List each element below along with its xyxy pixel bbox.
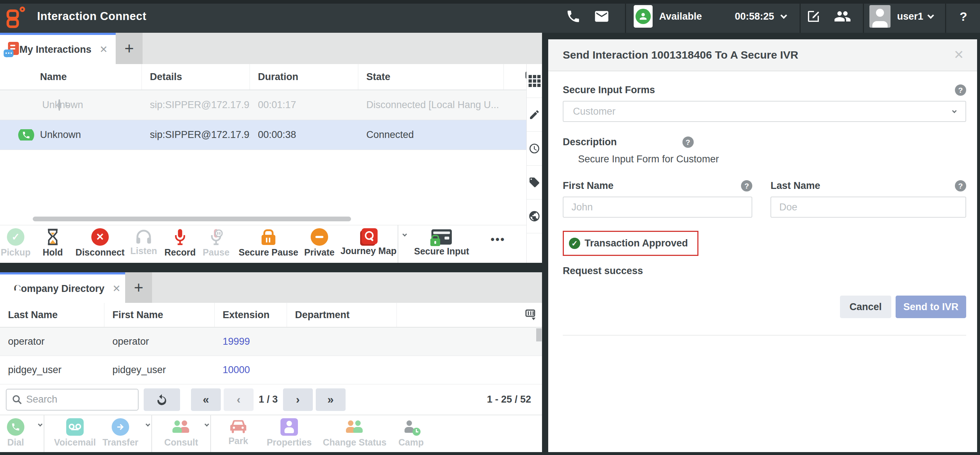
directory-tab-strip: Company Directory ✕ + — [0, 272, 542, 303]
horizontal-scrollbar[interactable] — [33, 217, 351, 221]
transfer-chevron-icon[interactable] — [144, 418, 151, 426]
camp-button[interactable]: Camp — [393, 418, 429, 448]
compose-icon[interactable] — [806, 0, 821, 33]
col-details[interactable]: Details — [142, 64, 250, 89]
phone-icon[interactable] — [566, 0, 581, 33]
search-input[interactable] — [26, 394, 133, 405]
status-badge-icon[interactable] — [634, 0, 652, 33]
properties-button[interactable]: Properties — [262, 418, 317, 448]
help-button[interactable]: ? — [959, 0, 967, 33]
last-page-button[interactable]: » — [316, 388, 345, 411]
workgroups-icon[interactable] — [834, 0, 851, 33]
email-icon[interactable] — [594, 0, 610, 33]
col-state[interactable]: State — [358, 64, 504, 89]
request-status: Request success — [563, 265, 966, 277]
journey-map-button[interactable]: Journey Map — [339, 228, 398, 256]
add-tab-button[interactable]: + — [116, 33, 143, 64]
status-label[interactable]: Available — [659, 0, 702, 33]
pickup-icon: ✓ — [7, 228, 24, 246]
user-name[interactable]: user1 — [897, 0, 923, 33]
disconnect-button[interactable]: ✕ Disconnect — [73, 228, 127, 258]
toolbar-expand-chevron[interactable] — [398, 228, 411, 236]
result-range: 1 - 25 / 52 — [487, 394, 531, 405]
more-actions-button[interactable]: ••• — [484, 228, 512, 246]
extension-link[interactable]: 10000 — [215, 364, 287, 376]
app-title: Interaction Connect — [37, 0, 146, 33]
refresh-button[interactable] — [144, 388, 180, 411]
directory-search[interactable] — [6, 389, 138, 410]
last-name-field[interactable] — [770, 196, 966, 218]
tab-my-interactions[interactable]: My Interactions ✕ — [0, 33, 116, 64]
private-icon — [311, 228, 328, 246]
tag-icon[interactable] — [527, 166, 542, 200]
first-name-field[interactable] — [563, 196, 752, 218]
directory-row[interactable]: pidgey_user pidgey_user 10000 — [0, 356, 542, 385]
park-button[interactable]: Park — [222, 418, 255, 446]
column-picker-icon[interactable] — [397, 303, 542, 327]
col-extension[interactable]: Extension — [215, 303, 287, 327]
call-active-icon — [18, 129, 34, 140]
directory-row[interactable]: operator operator 19999 — [0, 327, 542, 356]
voicemail-button[interactable]: Voicemail — [53, 418, 97, 448]
prev-page-button[interactable]: ‹ — [224, 388, 253, 411]
close-tab-icon[interactable]: ✕ — [112, 283, 121, 294]
help-icon[interactable]: ? — [741, 180, 752, 192]
consult-chevron-icon[interactable] — [203, 418, 210, 426]
col-duration[interactable]: Duration — [250, 64, 358, 89]
web-globe-icon[interactable] — [527, 200, 542, 233]
top-strip — [0, 0, 980, 4]
interaction-row[interactable]: Unknown sip:SIPPER@172.17.92... 00:01:17… — [0, 90, 542, 120]
secure-pause-button[interactable]: Secure Pause — [237, 228, 299, 258]
send-to-ivr-button[interactable]: Send to IVR — [896, 295, 966, 318]
tab-company-directory[interactable]: Company Directory ✕ — [0, 272, 125, 303]
search-icon — [12, 394, 22, 405]
private-button[interactable]: Private — [299, 228, 339, 258]
extension-link[interactable]: 19999 — [215, 336, 287, 347]
toolbar-divider — [44, 415, 45, 452]
pickup-button[interactable]: ✓ Pickup — [0, 228, 31, 258]
listen-button[interactable]: Listen — [127, 228, 160, 256]
close-panel-icon[interactable]: ✕ — [954, 47, 964, 62]
vertical-scrollbar[interactable] — [536, 328, 542, 342]
col-first-name[interactable]: First Name — [104, 303, 215, 327]
help-icon[interactable]: ? — [955, 85, 966, 96]
call-toolbar: ✓ Pickup Hold ✕ Disconnect Listen — [0, 225, 527, 263]
grid-view-icon[interactable] — [527, 64, 542, 98]
first-name-label: First Name — [563, 180, 614, 192]
col-name[interactable]: Name — [0, 64, 142, 89]
status-timer: 00:58:25 — [735, 0, 774, 33]
cancel-button[interactable]: Cancel — [840, 295, 891, 318]
record-button[interactable]: Record — [162, 228, 198, 258]
transfer-button[interactable]: Transfer — [97, 418, 144, 448]
consult-button[interactable]: Consult — [159, 418, 203, 448]
next-page-button[interactable]: › — [283, 388, 313, 411]
dial-button[interactable]: Dial — [0, 418, 31, 448]
help-icon[interactable]: ? — [682, 136, 694, 148]
col-department[interactable]: Department — [287, 303, 397, 327]
secure-input-button[interactable]: Secure Input — [411, 228, 473, 257]
hold-button[interactable]: Hold — [37, 228, 69, 258]
user-avatar[interactable] — [869, 0, 891, 33]
secure-pause-icon — [261, 228, 276, 246]
col-last-name[interactable]: Last Name — [0, 303, 104, 327]
directory-table-header: Last Name First Name Extension Departmen… — [0, 303, 542, 327]
topbar-divider — [945, 4, 946, 33]
status-chevron-icon[interactable] — [781, 0, 786, 33]
secure-form-select[interactable]: Customer — [563, 101, 966, 122]
side-toolbar — [527, 64, 542, 263]
pencil-icon[interactable] — [527, 98, 542, 132]
left-region: My Interactions ✕ + Name Details Duratio… — [0, 33, 542, 452]
add-tab-button[interactable]: + — [125, 272, 152, 303]
history-icon[interactable] — [527, 132, 542, 166]
topbar-divider — [800, 4, 801, 33]
topbar-divider — [863, 4, 864, 33]
dial-chevron-icon[interactable] — [37, 418, 44, 426]
interaction-row-selected[interactable]: Unknown sip:SIPPER@172.17.92... 00:00:38… — [0, 120, 542, 150]
pause-button[interactable]: Pause — [200, 228, 232, 258]
change-status-button[interactable]: Change Status — [320, 418, 389, 448]
first-page-button[interactable]: « — [191, 388, 221, 411]
help-icon[interactable]: ? — [955, 180, 966, 192]
close-tab-icon[interactable]: ✕ — [99, 44, 108, 55]
approved-check-icon: ✓ — [569, 238, 580, 249]
user-chevron-icon[interactable] — [928, 0, 933, 33]
